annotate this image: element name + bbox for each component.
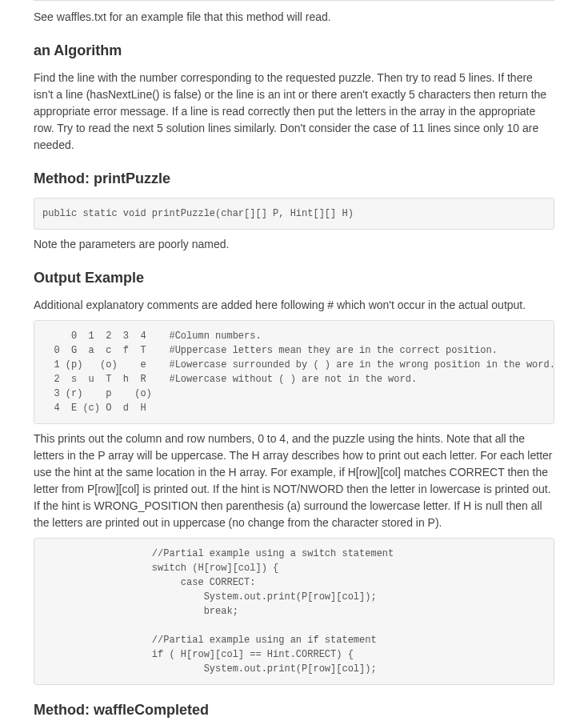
output-example-description: This prints out the column and row numbe… <box>34 431 554 531</box>
algorithm-body: Find the line with the number correspond… <box>34 70 554 154</box>
wafflecompleted-heading: Method: waffleCompleted <box>34 699 554 721</box>
output-example-intro: Additional explanatory comments are adde… <box>34 297 554 314</box>
printpuzzle-note: Note the parameters are poorly named. <box>34 236 554 253</box>
algorithm-heading: an Algorithm <box>34 40 554 62</box>
printpuzzle-signature: public static void printPuzzle(char[][] … <box>34 198 554 230</box>
output-example-code: 0 1 2 3 4 #Column numbers. 0 G a c f T #… <box>34 320 554 424</box>
printpuzzle-heading: Method: printPuzzle <box>34 168 554 190</box>
intro-note: See waffles.txt for an example file that… <box>34 9 554 26</box>
output-example-heading: Output Example <box>34 267 554 289</box>
output-example-partial-code: //Partial example using a switch stateme… <box>34 538 554 685</box>
horizontal-rule <box>34 0 554 1</box>
